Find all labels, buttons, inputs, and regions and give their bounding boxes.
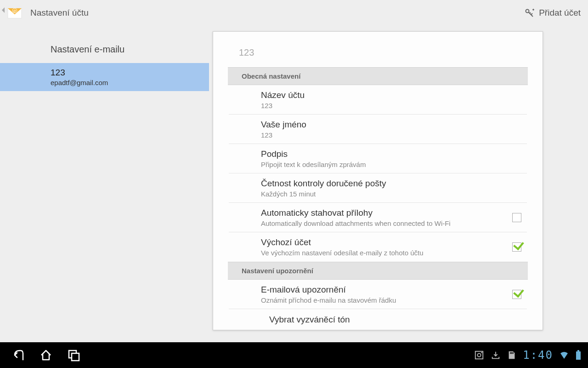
home-icon: [39, 348, 53, 362]
sys-home-button[interactable]: [32, 342, 60, 368]
row-title: Podpis: [261, 149, 521, 159]
row-sub: Ve výchozím nastavení odesílat e-maily z…: [261, 249, 503, 257]
svg-rect-11: [511, 352, 512, 354]
row-auto-download[interactable]: Automaticky stahovat přílohy Automatical…: [229, 203, 527, 232]
email-notify-checkbox[interactable]: [512, 290, 521, 299]
row-sub: 123: [261, 131, 521, 139]
svg-rect-6: [72, 353, 79, 361]
row-title: Četnost kontroly doručené pošty: [261, 178, 521, 189]
row-check-frequency[interactable]: Četnost kontroly doručené pošty Každých …: [229, 173, 527, 203]
left-pane: Nastavení e-mailu 123 epadtf@gmail.com: [0, 26, 209, 342]
auto-download-checkbox[interactable]: [512, 213, 521, 222]
row-title: Vaše jméno: [261, 120, 521, 130]
system-bar: 1:40: [0, 342, 588, 368]
battery-icon: [575, 350, 582, 360]
group-general-header: Obecná nastavení: [228, 67, 528, 85]
wifi-icon: [560, 351, 569, 360]
row-default-account[interactable]: Výchozí účet Ve výchozím nastavení odesí…: [229, 232, 527, 262]
row-sub: Každých 15 minut: [261, 190, 521, 198]
add-account-label: Přidat účet: [539, 8, 581, 18]
svg-rect-10: [510, 352, 511, 354]
row-title: Výchozí účet: [261, 237, 503, 247]
row-title: Název účtu: [261, 90, 521, 100]
back-caret-icon: [2, 7, 5, 13]
row-sub: Automatically download attachments when …: [261, 219, 503, 227]
account-email: epadtf@gmail.com: [51, 79, 209, 86]
svg-point-4: [526, 10, 529, 13]
recents-icon: [66, 348, 81, 362]
row-title: E-mailová upozornění: [261, 285, 503, 295]
row-title: Vybrat vyzváněcí tón: [269, 315, 521, 325]
screenshot-icon: [474, 350, 484, 360]
settings-panel: 123 Obecná nastavení Název účtu 123 Vaše…: [213, 31, 543, 330]
row-title: Automaticky stahovat přílohy: [261, 208, 503, 218]
row-email-notifications[interactable]: E-mailová upozornění Oznámit příchod e-m…: [229, 280, 527, 309]
actionbar-title: Nastavení účtu: [30, 8, 89, 18]
row-sub: 123: [261, 102, 521, 109]
status-clock: 1:40: [523, 349, 553, 362]
svg-point-9: [481, 352, 482, 353]
add-account-button[interactable]: Přidat účet: [524, 7, 581, 18]
svg-rect-14: [577, 350, 579, 351]
svg-rect-13: [576, 351, 581, 360]
system-tray[interactable]: 1:40: [474, 349, 583, 362]
panel-title: 123: [229, 32, 527, 67]
svg-point-8: [478, 353, 481, 356]
row-signature[interactable]: Podpis Připojit text k odesílaným zprává…: [229, 144, 527, 173]
row-sub: Připojit text k odesílaným zprávám: [261, 161, 521, 168]
default-account-checkbox[interactable]: [512, 242, 521, 252]
action-bar: @ Nastavení účtu Přidat účet: [0, 0, 588, 26]
sys-back-button[interactable]: [5, 342, 32, 368]
svg-text:@: @: [13, 9, 17, 12]
row-ringtone[interactable]: Vybrat vyzváněcí tón: [229, 309, 527, 325]
app-icon-back[interactable]: @: [4, 2, 26, 24]
account-list-item[interactable]: 123 epadtf@gmail.com: [0, 63, 209, 91]
download-tray-icon: [491, 350, 501, 360]
key-plus-icon: [524, 7, 535, 18]
account-name: 123: [51, 68, 209, 78]
right-pane: 123 Obecná nastavení Název účtu 123 Vaše…: [209, 26, 588, 342]
group-notify-header: Nastavení upozornění: [228, 262, 528, 280]
row-sub: Oznámit příchod e-mailu na stavovém řádk…: [261, 296, 503, 304]
back-icon: [11, 348, 26, 362]
sd-card-icon: [507, 350, 516, 360]
svg-rect-12: [513, 352, 514, 354]
mail-app-icon: @: [6, 4, 24, 22]
row-your-name[interactable]: Vaše jméno 123: [229, 115, 527, 144]
sys-recents-button[interactable]: [60, 342, 87, 368]
content-area: Nastavení e-mailu 123 epadtf@gmail.com 1…: [0, 26, 588, 342]
email-settings-header: Nastavení e-mailu: [0, 44, 209, 63]
row-account-name[interactable]: Název účtu 123: [229, 85, 527, 115]
